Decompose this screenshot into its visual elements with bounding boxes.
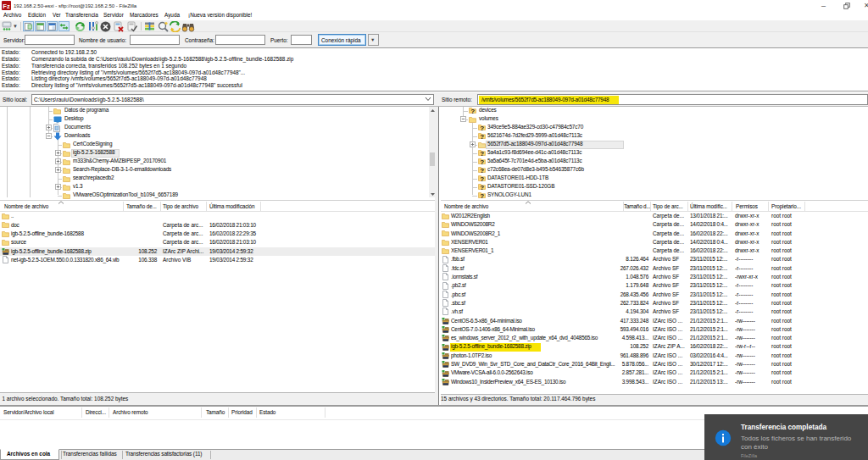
svg-text:?: ? <box>470 108 475 114</box>
svg-text:?: ? <box>480 192 484 199</box>
svg-text:?: ? <box>480 184 484 191</box>
svg-text:?: ? <box>480 133 484 140</box>
svg-text:?: ? <box>480 125 484 131</box>
svg-text:?: ? <box>480 158 484 165</box>
svg-text:Fz: Fz <box>3 3 10 10</box>
svg-text:?: ? <box>480 150 484 157</box>
svg-text:?: ? <box>480 175 484 182</box>
svg-text:?: ? <box>480 167 484 174</box>
